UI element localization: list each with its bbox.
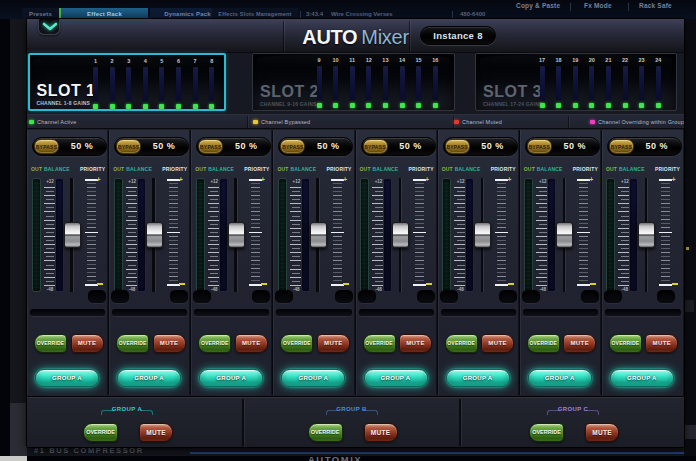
bypass-button[interactable]: BYPASS [34,139,59,154]
priority-scale-tick [495,232,508,234]
bg-menu-copy-paste[interactable]: Copy & Paste [516,2,560,11]
channel-active-led [159,104,164,109]
group-override-button[interactable]: OVERRIDE [529,423,564,442]
gain-percent-display[interactable]: 50 % [388,138,434,155]
channel-active-led [623,103,628,108]
fader-knob[interactable] [392,222,409,248]
bypass-button[interactable]: BYPASS [363,139,388,154]
gain-percent-display[interactable]: 50 % [141,138,187,155]
override-button[interactable]: OVERRIDE [527,334,560,353]
channel-number: 21 [600,57,616,63]
out-meter [606,178,615,292]
bg-menu-fx-mode[interactable]: Fx Mode [584,2,612,11]
priority-scale-tick [579,227,588,228]
corner-pill [193,290,211,303]
channel-active-led [176,104,181,109]
group-assign-button[interactable]: GROUP A [528,369,592,387]
bypass-button[interactable]: BYPASS [280,139,305,154]
fader-knob[interactable] [556,222,573,248]
gain-percent-display[interactable]: 50 % [223,138,269,155]
priority-plus-label: + [97,176,101,183]
gain-percent-display[interactable]: 50 % [59,138,105,155]
slot-box[interactable]: SLOT 3 CHANNEL 17-24 GAINS 17 18 19 20 2… [475,53,677,111]
priority-scale-tick [661,187,670,188]
override-button[interactable]: OVERRIDE [198,334,231,353]
channel-gain-bar [540,66,545,100]
bypass-capsule: BYPASS 50 % [278,137,353,156]
slot-channel: 22 [617,57,633,109]
bypass-button[interactable]: BYPASS [198,139,223,154]
group-assign-button[interactable]: GROUP A [446,369,510,387]
mute-button[interactable]: MUTE [153,334,186,353]
corner-pill [417,290,435,303]
group-assign-button[interactable]: GROUP A [281,369,345,387]
override-button[interactable]: OVERRIDE [280,334,313,353]
balance-scale-tick [210,256,218,257]
mute-button[interactable]: MUTE [399,334,432,353]
priority-scale-tick [251,280,260,281]
fader-knob[interactable] [228,222,245,248]
fader-knob[interactable] [474,222,491,248]
override-button[interactable]: OVERRIDE [445,334,478,353]
fader-knob[interactable] [146,222,163,248]
priority-plus-label: + [261,176,265,183]
priority-scale-tick [415,252,424,253]
priority-scale-tick [331,284,344,286]
legend-label: Channel Active [37,119,77,125]
group-assign-button[interactable]: GROUP A [199,369,263,387]
bypass-button[interactable]: BYPASS [609,139,634,154]
priority-scale-tick [415,195,424,196]
bypass-button[interactable]: BYPASS [116,139,141,154]
bypass-button[interactable]: BYPASS [445,139,470,154]
group-assign-button[interactable]: GROUP A [364,369,428,387]
bg-tab-presets[interactable]: Presets [22,8,59,19]
bg-menu-rack-safe[interactable]: Rack Safe [639,2,672,11]
priority-scale-tick [87,199,96,200]
priority-scale-tick [415,183,424,184]
mute-button[interactable]: MUTE [71,334,104,353]
fader-knob[interactable] [64,222,81,248]
gain-percent-display[interactable]: 50 % [552,138,598,155]
gain-percent-display[interactable]: 50 % [470,138,516,155]
fader-knob[interactable] [638,222,655,248]
balance-scale-tick [128,224,136,225]
override-button[interactable]: OVERRIDE [34,334,67,353]
priority-scale-tick [333,248,342,249]
group-mute-button[interactable]: MUTE [585,423,619,442]
group-assign-button[interactable]: GROUP A [35,369,99,387]
group-assign-button[interactable]: GROUP A [610,369,674,387]
override-button[interactable]: OVERRIDE [116,334,149,353]
mute-button[interactable]: MUTE [645,334,678,353]
background-corner [0,456,27,461]
mute-button[interactable]: MUTE [481,334,514,353]
priority-scale-tick [579,280,588,281]
mute-button[interactable]: MUTE [235,334,268,353]
group-assign-button[interactable]: GROUP A [117,369,181,387]
priority-scale-tick [169,227,178,228]
slot-box[interactable]: SLOT 1 CHANNEL 1-8 GAINS 1 2 3 4 5 6 7 [28,53,226,111]
priority-scale-tick [661,195,670,196]
override-button[interactable]: OVERRIDE [363,334,396,353]
slot-box[interactable]: SLOT 2 CHANNEL 9-16 GAINS 9 10 11 12 13 … [252,53,455,111]
override-button[interactable]: OVERRIDE [609,334,642,353]
strip-divider-groove [523,309,598,316]
bg-tab-effect-rack[interactable]: Effect Rack [61,8,148,19]
priority-scale-tick [87,191,96,192]
channel-strip: BYPASS 50 % OUT BALANCE PRIORITY +12 -48… [602,130,684,395]
balance-scale-tick [375,216,383,217]
priority-scale-tick [661,252,670,253]
gain-percent-display[interactable]: 50 % [305,138,351,155]
gain-percent-display[interactable]: 50 % [634,138,680,155]
priority-scale-tick [169,260,178,261]
bg-tab-effects-slots-management[interactable]: Effects Slots Management [212,8,298,19]
priority-scale-tick [497,223,506,224]
strip-divider-groove [194,309,269,316]
bypass-button[interactable]: BYPASS [527,139,552,154]
instance-button[interactable]: Instance 8 [420,26,496,45]
balance-scale-tick [210,207,218,208]
balance-scale-tick [621,232,629,233]
mute-button[interactable]: MUTE [563,334,596,353]
mute-button[interactable]: MUTE [317,334,350,353]
balance-scale-tick [375,207,383,208]
fader-knob[interactable] [310,222,327,248]
